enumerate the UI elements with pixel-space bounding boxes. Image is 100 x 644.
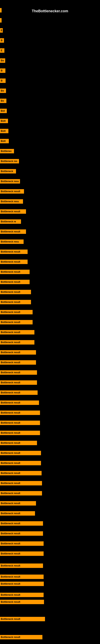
bar-label-text: Bottleneck result [1, 190, 20, 193]
bar-label-text: Bottleneck resu [1, 200, 19, 203]
bar-label [0, 8, 1, 12]
bar-label: Bottleneck result [0, 511, 35, 516]
bar-label: Bottleneck result [0, 310, 33, 314]
bar-label: Bottleneck result [0, 189, 24, 194]
bar-label-text: Bottleneck result [1, 381, 20, 384]
bar-row: Bottleneck result [0, 431, 100, 435]
bar-label-text: Bottleneck result [1, 452, 20, 454]
bar-label-text: Bottleneck result [1, 432, 20, 434]
chart-area: TheBottlenecker.com EBEBoBBBoBoBotBottBo… [0, 0, 100, 644]
bar-label: Bottleneck [0, 169, 16, 174]
bar-label-text: Bottleneck result [1, 250, 20, 253]
bar-label-text: B [1, 79, 2, 82]
bar-label: Bottleneck result [0, 290, 31, 294]
bar-row: Bottleneck result [0, 461, 100, 465]
bar-label: Bo [0, 98, 6, 103]
bar-row: Bottleneck re [0, 219, 100, 224]
bar-row: Bottleneck result [0, 360, 100, 365]
bar-row: Bottleneck result [0, 582, 100, 586]
bar-row: B [0, 38, 100, 43]
bar-label-text: Bottleneck result [1, 341, 20, 344]
bar-label: Bottleneck result [0, 260, 28, 264]
bar-label-text: Bottleneck result [1, 210, 20, 213]
bar-row: Bottleneck resu [0, 199, 100, 204]
bar-label: Bottleneck result [0, 531, 43, 536]
bar-row [0, 8, 100, 12]
bar-label: Bottleneck result [0, 330, 34, 334]
bar-row: Bottleneck result [0, 230, 100, 234]
bar-row: B [0, 68, 100, 73]
bar-label: Bottleneck result [0, 491, 42, 496]
bar-row: Bottleneck result [0, 600, 100, 604]
bar-label-text: Bottleneck result [1, 522, 20, 525]
bar-row: Bottleneck result [0, 541, 100, 546]
bar-label: Bottleneck result [0, 400, 39, 405]
bar-label-text: Bottleneck result [1, 270, 20, 273]
bar-label-text: Bottleneck re [1, 220, 16, 223]
bar-label-text: Bott [1, 140, 6, 142]
bar-row: Bottleneck result [0, 617, 100, 621]
bar-label: Bott [0, 119, 8, 123]
bar-label-text: Bottleneck result [1, 321, 20, 324]
bar-label-text: E [1, 29, 2, 32]
bar-row: Bottleneck result [0, 420, 100, 425]
bar-label: Bottleneck result [0, 481, 42, 486]
bar-label: Bo [0, 88, 6, 93]
bar-label: Bottleneck result [0, 593, 44, 597]
bar-label-text: Bottleneck result [1, 351, 20, 354]
bar-label: Bottleneck result [0, 280, 30, 284]
bar-label: Bottleneck result [0, 552, 44, 556]
bar-label: Bottleneck result [0, 451, 41, 455]
bar-row: Bottleneck result [0, 400, 100, 405]
bar-label: Bottleneck result [0, 541, 44, 546]
bar-row: Bottleneck result [0, 270, 100, 274]
bar-label-text: Bottleneck resu [1, 180, 19, 183]
bar-row: Bottleneck result [0, 471, 100, 475]
bar-row: Bottleneck result [0, 451, 100, 455]
bar-label: Bottleneck result [0, 390, 38, 395]
bar-label: Bottleneck result [0, 617, 45, 621]
bar-label: Bottleneck result [0, 300, 31, 304]
bar-label: Bottleneck result [0, 350, 36, 354]
bar-label: Bottleneck result [0, 600, 44, 604]
bar-label-text: Bottleneck result [1, 502, 20, 505]
bar-label-text: Bottleneck result [1, 594, 20, 596]
bar-label-text: Bottleneck result [1, 361, 20, 364]
bar-label: Bottleneck result [0, 574, 44, 579]
bar-row: Bottlenec [0, 149, 100, 153]
bar-row: Bottleneck result [0, 280, 100, 284]
bar-label-text: Bottleneck result [1, 401, 20, 404]
bar-label: B [0, 78, 6, 83]
bar-label-text: Bottleneck result [1, 442, 20, 444]
bar-label-text: Bottleneck result [1, 552, 20, 555]
bar-label-text: Bottleneck result [1, 636, 20, 638]
bar-label: Bottlenec [0, 149, 14, 153]
bar-label: Bottleneck result [0, 441, 37, 445]
bar-row: Bottleneck result [0, 310, 100, 314]
bar-row: Bott [0, 119, 100, 123]
bar-label-text: Bottleneck result [1, 422, 20, 424]
bar-row: Bottleneck resu [0, 240, 100, 244]
bar-label-text: Bottleneck res [1, 160, 17, 162]
bar-label-text: Bottleneck result [1, 391, 20, 394]
bar-row: B [0, 78, 100, 83]
bar-label-text: Bottleneck result [1, 331, 20, 334]
bar-row: Bottleneck result [0, 380, 100, 385]
bar-row: Bottleneck result [0, 209, 100, 214]
bar-label: Bottleneck result [0, 431, 40, 435]
bar-row: Bottleneck result [0, 300, 100, 304]
bar-row: Bottleneck result [0, 250, 100, 254]
bar-label-text: Bottleneck result [1, 600, 20, 603]
bar-label-text: Bottleneck [1, 170, 13, 173]
bar-row: Bo [0, 98, 100, 103]
bar-label-text: Bottleneck result [1, 290, 20, 294]
bar-label: Bottleneck result [0, 461, 41, 465]
bar-label: Bottleneck result [0, 501, 36, 506]
bar-label-text: Bottlenec [1, 150, 12, 152]
bar-row: Bottleneck result [0, 481, 100, 486]
bar-label: Bott [0, 139, 9, 143]
bar-row: E [0, 48, 100, 53]
bar-label-text: Bottleneck result [1, 280, 20, 283]
bar-label: Bottleneck result [0, 340, 34, 344]
bar-row: Bottleneck result [0, 564, 100, 568]
